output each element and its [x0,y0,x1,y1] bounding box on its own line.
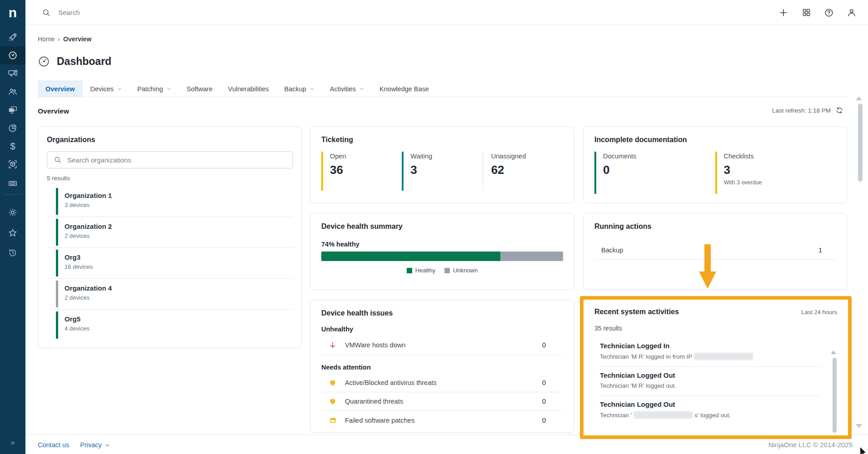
action-count: 1 [818,247,822,254]
organization-list-item[interactable]: Org3 16 devices [47,248,293,279]
metric-value: 3 [410,163,482,177]
help-icon[interactable] [823,7,834,18]
metric-value: 36 [330,163,402,177]
device-health-summary-card: Device health summary 74% healthy Health… [310,213,574,290]
ticketing-open-metric[interactable]: Open 36 [321,152,402,191]
metric-label: Unassigned [491,153,563,160]
documents-metric[interactable]: Documents 0 [594,152,715,194]
recent-activities-results-count: 35 results [594,325,837,332]
sidebar-item-getting-started[interactable] [0,28,25,46]
breadcrumb-separator: › [58,35,60,43]
contact-us-link[interactable]: Contact us [38,441,69,449]
tab-vulnerabilities[interactable]: Vulnerabilities [220,80,277,97]
issue-count: 0 [542,341,546,349]
activity-item[interactable]: Technician Logged Out Technician ' s' lo… [600,396,821,425]
page-title: Dashboard [57,55,111,68]
ticketing-card: Ticketing Open 36 Waiting 3 Unassigned 6… [310,126,574,203]
tab-overview[interactable]: Overview [38,80,83,97]
sidebar-item-dashboard[interactable] [0,46,25,64]
organizations-search-input[interactable] [67,156,286,164]
sidebar-item-billing[interactable]: $ [0,137,25,155]
sidebar-item-settings[interactable] [0,203,25,222]
down-arrow-icon [328,341,337,349]
healthy-swatch [407,268,412,273]
organizations-title: Organizations [47,136,293,144]
chevron-down-icon [310,87,314,91]
running-action-row-backup[interactable]: Backup 1 [594,241,836,260]
tab-software[interactable]: Software [179,80,220,97]
health-progress-bar[interactable] [321,252,563,261]
sidebar-item-remote[interactable] [0,101,25,119]
plus-icon[interactable] [778,7,789,18]
sidebar-item-favorites[interactable] [0,224,25,242]
tab-patching[interactable]: Patching [130,80,179,97]
global-search-input[interactable] [58,9,313,16]
redacted-text [634,411,693,419]
list-scroll-up-arrow[interactable] [831,350,836,354]
dashboard-gauge-icon [8,50,18,60]
privacy-link[interactable]: Privacy [80,441,110,449]
activity-description: Technician 'M R' logged out. [600,382,821,389]
org-status-bar [56,250,58,276]
metric-note: With 3 overdue [724,179,836,186]
history-icon [8,248,18,258]
activity-title: Technician Logged Out [600,400,821,408]
organization-list-item[interactable]: Organization 1 3 devices [47,186,293,217]
activity-title: Technician Logged Out [600,371,821,379]
activity-description: Technician ' s' logged out. [600,411,821,419]
sidebar-item-ticketing[interactable] [0,174,25,192]
recent-activities-list: Technician Logged In Technician 'M R' lo… [594,337,837,425]
ninjaone-logo[interactable]: n [0,0,25,25]
organization-list-item[interactable]: Organization 4 2 devices [47,279,293,310]
sidebar-item-packages[interactable] [0,155,25,173]
tabs-underline [38,97,847,97]
page-scrollbar-thumb[interactable] [858,104,863,182]
metric-label: Checklists [724,153,836,160]
sidebar-item-devices[interactable] [0,64,25,83]
metric-label: Documents [603,153,715,160]
page-scroll-down-arrow[interactable] [856,424,862,428]
org-device-count: 3 devices [65,202,293,208]
tab-devices[interactable]: Devices [83,80,130,97]
tab-backup[interactable]: Backup [276,80,322,97]
sidebar-item-reports[interactable] [0,119,25,137]
account-icon[interactable] [846,7,857,18]
org-status-bar [56,281,58,307]
chevron-down-icon [105,443,110,447]
legend-label: Unknown [453,267,478,274]
checklists-metric[interactable]: Checklists 3 With 3 overdue [715,152,836,194]
breadcrumb-current: Overview [63,35,91,43]
organization-list-item[interactable]: Org5 4 devices [47,310,293,340]
breadcrumb-home[interactable]: Home [38,35,55,43]
apps-grid-icon[interactable] [801,7,812,18]
healthy-bar-segment [321,252,500,261]
ticketing-waiting-metric[interactable]: Waiting 3 [402,152,482,191]
refresh-icon[interactable] [835,106,843,114]
tab-activities[interactable]: Activities [322,80,372,97]
issue-label: Quarantined threats [345,398,542,405]
needs-attention-heading: Needs attention [321,364,563,371]
list-scrollbar-thumb[interactable] [833,358,837,433]
ticketing-unassigned-metric[interactable]: Unassigned 62 [483,152,563,191]
issue-row-vmware-hosts-down[interactable]: VMWare hosts down 0 [321,336,563,354]
org-name: Organization 2 [65,222,293,230]
issue-row-failed-patches[interactable]: Failed software patches 0 [321,411,563,429]
activity-description: Technician 'M R' logged in from IP [600,353,821,360]
recent-activities-card: Recent system activities Last 24 hours 3… [584,300,848,435]
sidebar-item-users[interactable] [0,83,25,101]
activity-item[interactable]: Technician Logged Out Technician 'M R' l… [600,367,821,396]
page-scroll-up-arrow[interactable] [856,96,862,100]
action-label: Backup [601,247,623,254]
search-icon [42,8,51,17]
incomplete-documentation-card: Incomplete documentation Documents 0 Che… [583,126,847,203]
sidebar-expand-button[interactable]: » [0,436,25,449]
sidebar-item-history[interactable] [0,244,25,262]
org-name: Org5 [65,315,293,323]
healthy-percent-label: 74% healthy [321,241,563,248]
org-device-count: 16 devices [65,263,293,270]
tab-knowledge-base[interactable]: Knowledge Base [372,80,437,97]
issue-row-antivirus-threats[interactable]: Active/Blocked antivirus threats 0 [321,374,563,392]
organization-list-item[interactable]: Organization 2 2 devices [47,217,293,248]
issue-row-quarantined-threats[interactable]: Quarantined threats 0 [321,392,563,411]
activity-item[interactable]: Technician Logged In Technician 'M R' lo… [600,337,821,367]
